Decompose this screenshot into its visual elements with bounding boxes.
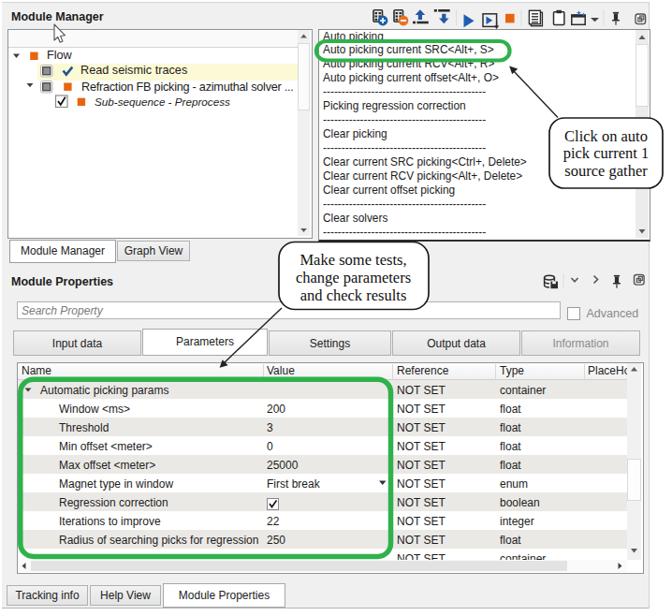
- svg-text:source gather: source gather: [564, 162, 648, 180]
- svg-text:Click on auto: Click on auto: [564, 127, 648, 145]
- svg-text:pick current 1: pick current 1: [563, 144, 650, 162]
- svg-text:Make some tests,: Make some tests,: [299, 251, 406, 269]
- svg-text:and check results: and check results: [300, 286, 407, 304]
- svg-text:change parameters: change parameters: [296, 269, 411, 286]
